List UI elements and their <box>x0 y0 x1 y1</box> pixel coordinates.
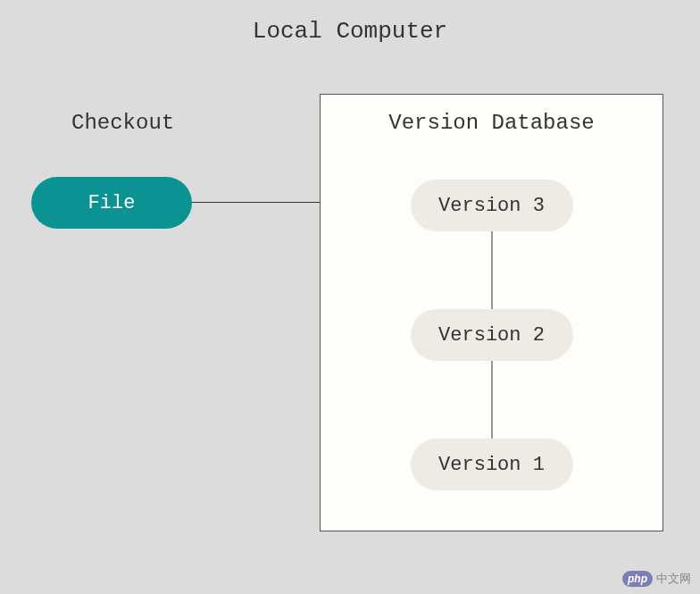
diagram-title: Local Computer <box>0 18 700 45</box>
database-title: Version Database <box>321 111 662 135</box>
version-label: Version 3 <box>438 195 545 217</box>
version-connector-line <box>491 231 492 309</box>
version-node: Version 3 <box>411 180 573 231</box>
version-node: Version 1 <box>411 439 573 490</box>
watermark-text: 中文网 <box>656 571 691 587</box>
watermark-logo: php <box>622 571 653 587</box>
watermark: php 中文网 <box>622 571 691 587</box>
file-node: File <box>31 177 192 229</box>
version-label: Version 2 <box>438 324 545 347</box>
file-node-label: File <box>88 192 136 214</box>
version-label: Version 1 <box>438 454 545 476</box>
checkout-label: Checkout <box>71 111 174 135</box>
version-database-box: Version Database Version 3 Version 2 Ver… <box>320 94 663 531</box>
version-node: Version 2 <box>411 309 573 361</box>
version-connector-line <box>491 361 492 439</box>
